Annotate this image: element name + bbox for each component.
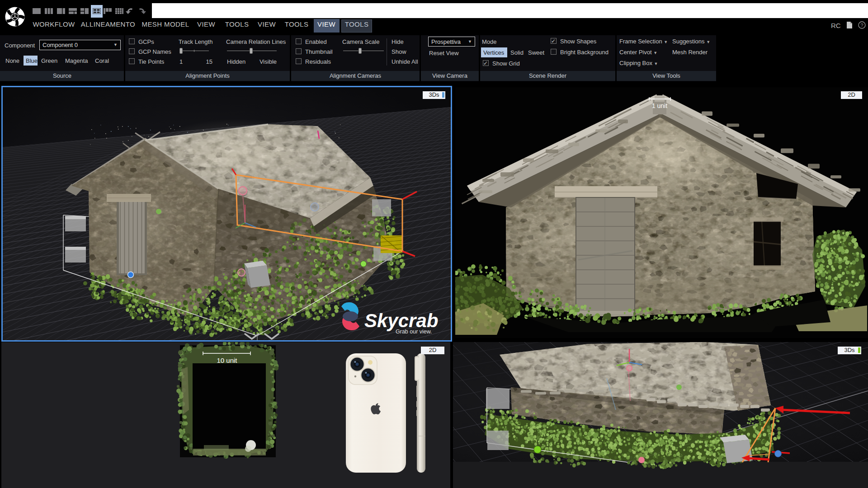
svg-text:10 unit: 10 unit — [217, 357, 237, 364]
svg-text:Grab our view.: Grab our view. — [396, 328, 432, 335]
svg-text:Skycrab: Skycrab — [364, 310, 438, 331]
svg-text:?: ? — [860, 23, 863, 28]
svg-text:1 unit: 1 unit — [652, 102, 667, 109]
